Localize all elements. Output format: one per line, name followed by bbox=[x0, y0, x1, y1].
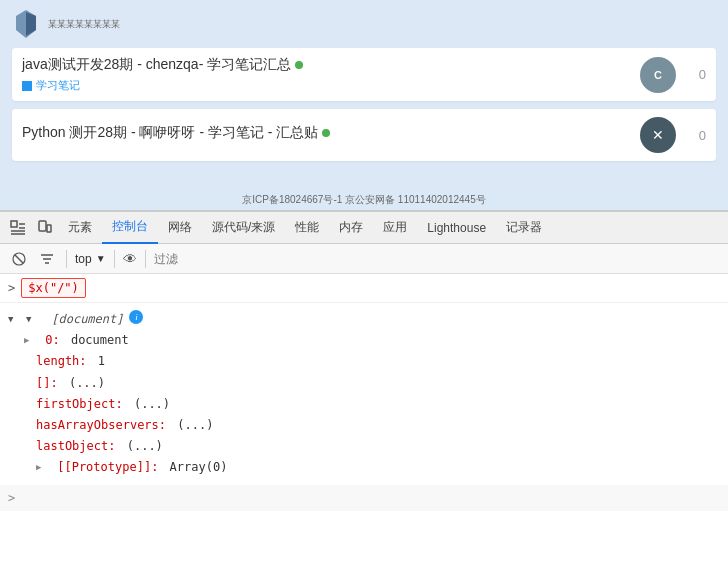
site-logo-text: 某某某某某某某某 bbox=[48, 19, 120, 30]
tab-console[interactable]: 控制台 bbox=[102, 212, 158, 244]
output-bracket-arr: []: (...) bbox=[8, 373, 720, 394]
site-footer: 京ICP备18024667号-1 京公安网备 11011402012445号 bbox=[0, 190, 728, 210]
key-prototype: [[Prototype]]: bbox=[50, 458, 158, 477]
bottom-chevron: > bbox=[8, 491, 15, 505]
output-item-0: 0: document bbox=[8, 330, 720, 351]
info-icon[interactable]: i bbox=[129, 310, 143, 324]
post-info-2: Python 测开28期 - 啊咿呀呀 - 学习笔记 - 汇总贴 bbox=[22, 124, 630, 146]
devtools-panel: 元素 控制台 网络 源代码/来源 性能 内存 应用 Lighthouse 记录器 bbox=[0, 210, 728, 511]
val-firstObject: (...) bbox=[127, 395, 170, 414]
console-output: [document] i 0: document length: 1 []: (… bbox=[0, 303, 728, 485]
post-tag-icon-1 bbox=[22, 81, 32, 91]
value-0: document bbox=[64, 331, 129, 350]
post-info-1: java测试开发28期 - chenzqa- 学习笔记汇总 学习笔记 bbox=[22, 56, 630, 93]
key-lastObject: lastObject: bbox=[36, 437, 115, 456]
val-hasArrayObservers: (...) bbox=[170, 416, 213, 435]
tab-network[interactable]: 网络 bbox=[158, 212, 202, 244]
svg-marker-1 bbox=[26, 12, 36, 36]
console-input-line: > $x("/") bbox=[0, 274, 728, 303]
toolbar-divider2 bbox=[114, 250, 115, 268]
eye-icon[interactable]: 👁 bbox=[123, 251, 137, 267]
output-bracket-label: [document] bbox=[51, 310, 123, 329]
svg-rect-7 bbox=[39, 221, 46, 231]
tab-lighthouse[interactable]: Lighthouse bbox=[417, 212, 496, 244]
output-document-keyword bbox=[40, 310, 47, 329]
post-tag-1: 学习笔记 bbox=[22, 78, 630, 93]
expand-arrow-0[interactable] bbox=[24, 331, 34, 349]
post-item-1[interactable]: java测试开发28期 - chenzqa- 学习笔记汇总 学习笔记 C 0 bbox=[12, 48, 716, 101]
output-first-object: firstObject: (...) bbox=[8, 394, 720, 415]
site-logo-icon bbox=[12, 8, 40, 40]
post-dot-1 bbox=[295, 61, 303, 69]
console-input-display[interactable]: $x("/") bbox=[21, 278, 86, 298]
post-dot-2 bbox=[322, 129, 330, 137]
post-title-1: java测试开发28期 - chenzqa- 学习笔记汇总 bbox=[22, 56, 630, 74]
toolbar-divider bbox=[66, 250, 67, 268]
svg-rect-2 bbox=[11, 221, 17, 227]
clear-console-button[interactable] bbox=[8, 250, 30, 268]
console-toolbar: top ▼ 👁 bbox=[0, 244, 728, 274]
val-length: 1 bbox=[91, 352, 105, 371]
expand-arrow-proto[interactable] bbox=[36, 458, 46, 476]
post-item-2[interactable]: Python 测开28期 - 啊咿呀呀 - 学习笔记 - 汇总贴 ✕ 0 bbox=[12, 109, 716, 161]
svg-rect-8 bbox=[47, 225, 51, 232]
post-avatar-1: C bbox=[640, 57, 676, 93]
tab-elements[interactable]: 元素 bbox=[58, 212, 102, 244]
output-length: length: 1 bbox=[8, 351, 720, 372]
devtools-tabs-bar: 元素 控制台 网络 源代码/来源 性能 内存 应用 Lighthouse 记录器 bbox=[0, 212, 728, 244]
post-count-1: 0 bbox=[686, 67, 706, 82]
post-count-2: 0 bbox=[686, 128, 706, 143]
collapse-arrow-doc[interactable] bbox=[26, 310, 36, 328]
key-bracket: []: bbox=[36, 374, 58, 393]
output-root-line: [document] i bbox=[8, 309, 720, 330]
tab-recorder[interactable]: 记录器 bbox=[496, 212, 552, 244]
tab-memory[interactable]: 内存 bbox=[329, 212, 373, 244]
tab-performance[interactable]: 性能 bbox=[285, 212, 329, 244]
console-filter-input[interactable] bbox=[154, 252, 720, 266]
key-hasArrayObservers: hasArrayObservers: bbox=[36, 416, 166, 435]
chevron-down-icon: ▼ bbox=[96, 253, 106, 264]
output-has-array: hasArrayObservers: (...) bbox=[8, 415, 720, 436]
console-bottom-prompt[interactable]: > bbox=[0, 485, 728, 511]
val-bracket: (...) bbox=[62, 374, 105, 393]
tab-sources[interactable]: 源代码/来源 bbox=[202, 212, 285, 244]
val-prototype: Array(0) bbox=[162, 458, 227, 477]
collapse-arrow-root[interactable] bbox=[8, 310, 18, 328]
key-0: 0: bbox=[38, 331, 60, 350]
key-firstObject: firstObject: bbox=[36, 395, 123, 414]
val-lastObject: (...) bbox=[119, 437, 162, 456]
site-logo-area: 某某某某某某某某 bbox=[12, 8, 716, 40]
console-prompt: > bbox=[8, 281, 15, 295]
key-length: length: bbox=[36, 352, 87, 371]
devtools-device-icon[interactable] bbox=[32, 216, 58, 240]
filter-toggle-button[interactable] bbox=[36, 250, 58, 268]
post-title-2: Python 测开28期 - 啊咿呀呀 - 学习笔记 - 汇总贴 bbox=[22, 124, 630, 142]
browser-content-area: 某某某某某某某某 java测试开发28期 - chenzqa- 学习笔记汇总 学… bbox=[0, 0, 728, 210]
output-prototype: [[Prototype]]: Array(0) bbox=[8, 457, 720, 478]
devtools-inspect-icon[interactable] bbox=[4, 216, 32, 240]
context-selector[interactable]: top ▼ bbox=[75, 252, 106, 266]
post-avatar-2: ✕ bbox=[640, 117, 676, 153]
svg-line-10 bbox=[15, 255, 23, 263]
output-last-object: lastObject: (...) bbox=[8, 436, 720, 457]
tab-application[interactable]: 应用 bbox=[373, 212, 417, 244]
toolbar-divider3 bbox=[145, 250, 146, 268]
